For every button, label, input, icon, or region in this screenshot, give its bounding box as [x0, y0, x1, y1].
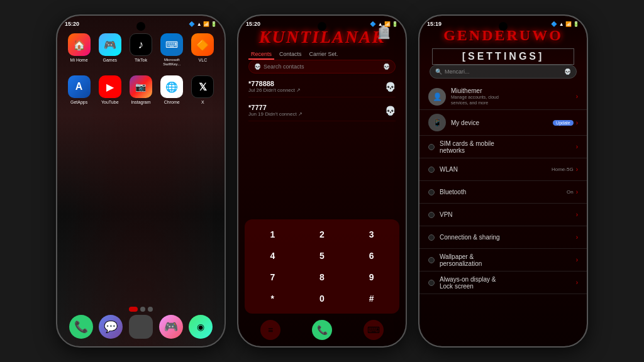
- settings-search[interactable]: 🔍 Mencari... 💀: [430, 65, 577, 79]
- numpad-8[interactable]: 8: [299, 268, 345, 286]
- miuithemer-subtitle: Manage accounts, cloudservices, and more: [451, 94, 571, 106]
- numpad-star[interactable]: *: [250, 290, 296, 307]
- numpad-7[interactable]: 7: [250, 268, 296, 286]
- dialer-menu-btn[interactable]: ≡: [260, 320, 280, 340]
- dock-dash-icon[interactable]: [129, 315, 153, 339]
- time-3: 15:19: [427, 21, 441, 27]
- wp-right: ›: [576, 256, 578, 263]
- wp-content: Wallpaper &personalization: [440, 253, 571, 267]
- dock-games-icon[interactable]: 🎮: [159, 315, 183, 339]
- sim-content: SIM cards & mobilenetworks: [440, 140, 571, 154]
- app-vlc-label: VLC: [199, 58, 208, 63]
- app-games-icon: 🎮: [99, 33, 121, 56]
- ao-content: Always-on display &Lock screen: [440, 276, 571, 290]
- wp-arrow: ›: [576, 256, 578, 263]
- my-device-badge: Update: [553, 120, 574, 126]
- setting-sim-cards[interactable]: SIM cards & mobilenetworks ›: [419, 136, 587, 158]
- ao-title: Always-on display &Lock screen: [440, 276, 571, 290]
- numpad-hash[interactable]: #: [348, 290, 394, 307]
- skull-icon-settings: 💀: [564, 69, 571, 75]
- punch-hole-1: [136, 22, 145, 31]
- bt-arrow: ›: [576, 189, 578, 195]
- numpad-5[interactable]: 5: [299, 247, 345, 265]
- hi-dot-2: [140, 307, 145, 312]
- rc-skull-1: 💀: [385, 82, 396, 92]
- numpad-2[interactable]: 2: [299, 226, 345, 243]
- wlan-circle: [428, 167, 435, 173]
- sim-right: ›: [576, 143, 578, 150]
- bt-circle: [428, 189, 435, 195]
- dock-messages-icon[interactable]: 💬: [99, 315, 123, 339]
- rc-detail-1: Jul 26 Didn't connect ↗: [248, 87, 301, 93]
- recent-call-1[interactable]: *778888 Jul 26 Didn't connect ↗ 💀: [248, 76, 396, 97]
- my-device-arrow: ›: [576, 119, 578, 126]
- recent-call-2[interactable]: *7777 Jun 19 Didn't connect ↗ 💀: [248, 100, 396, 121]
- conn-arrow: ›: [576, 234, 578, 241]
- rc-detail-2: Jun 19 Didn't connect ↗: [248, 111, 303, 117]
- phone-1-screen: 15:20 🔷 ▲ 📶 🔋 🏠 Mi Home 🎮 Games ♪ TikTok: [57, 16, 225, 346]
- app-games-label: Games: [103, 58, 118, 63]
- wlan-right: Home-5G ›: [552, 166, 578, 173]
- setting-miuithemer[interactable]: 👤 Miuithemer Manage accounts, cloudservi…: [419, 84, 587, 110]
- app-chrome-label: Chrome: [164, 100, 180, 105]
- setting-my-device[interactable]: 📱 My device Update ›: [419, 110, 587, 136]
- numpad-9[interactable]: 9: [348, 268, 394, 286]
- dock-phone-icon[interactable]: 📞: [69, 315, 93, 339]
- my-device-title: My device: [451, 119, 548, 126]
- tab-contacts[interactable]: Contacts: [277, 50, 304, 60]
- app-getapps[interactable]: A GetApps: [66, 75, 92, 105]
- ao-right: ›: [576, 279, 578, 286]
- app-getapps-label: GetApps: [70, 100, 87, 105]
- numpad-1[interactable]: 1: [250, 226, 296, 243]
- rc-number-1: *778888: [248, 80, 301, 87]
- setting-always-on[interactable]: Always-on display &Lock screen ›: [419, 272, 587, 294]
- setting-wallpaper[interactable]: Wallpaper &personalization ›: [419, 249, 587, 272]
- setting-vpn[interactable]: VPN ›: [419, 204, 587, 226]
- vpn-right: ›: [576, 211, 578, 218]
- search-placeholder-settings: Mencari...: [445, 69, 470, 75]
- app-youtube[interactable]: ▶ YouTube: [97, 75, 123, 105]
- phone-3-screen: 15:19 🔷 ▲ 📶 🔋 GENDERUWO [SETTINGS] 🔍 Men…: [419, 16, 587, 346]
- dialer-search[interactable]: 💀 Search contacts 💀: [248, 60, 396, 74]
- numpad-grid: 1 2 3 4 5 6 7 8 9 * 0 #: [250, 226, 394, 307]
- my-device-content: My device: [451, 119, 548, 126]
- dock-1: 📞 💬 🎮 ◉: [66, 315, 216, 339]
- tab-carrier[interactable]: Carrier Set.: [307, 50, 341, 60]
- app-getapps-icon: A: [68, 75, 91, 98]
- conn-right: ›: [576, 234, 578, 241]
- skull-icon-dialer: 💀: [383, 63, 390, 70]
- my-device-icon: 📱: [428, 114, 446, 131]
- dialer-call-btn[interactable]: 📞: [312, 320, 332, 340]
- app-mihome-icon: 🏠: [68, 33, 91, 56]
- dialer-tabs: Recents Contacts Carrier Set.: [248, 50, 396, 60]
- app-instagram[interactable]: 📷 Instagram: [128, 75, 153, 105]
- setting-bluetooth[interactable]: Bluetooth On ›: [419, 181, 587, 204]
- phone-1: 15:20 🔷 ▲ 📶 🔋 🏠 Mi Home 🎮 Games ♪ TikTok: [56, 14, 226, 348]
- app-swiftkey[interactable]: ⌨ Microsoft SwiftKey...: [159, 33, 185, 67]
- app-chrome[interactable]: 🌐 Chrome: [159, 75, 185, 105]
- dock-aura-icon[interactable]: ◉: [189, 315, 213, 339]
- numpad-3[interactable]: 3: [348, 226, 394, 243]
- vpn-content: VPN: [440, 211, 571, 218]
- search-icon-dialer: 💀: [254, 63, 261, 70]
- dialer-keypad-btn[interactable]: ⌨: [364, 320, 384, 340]
- status-icons-3: 🔷 ▲ 📶 🔋: [551, 21, 579, 27]
- numpad-0[interactable]: 0: [299, 290, 345, 307]
- numpad-6[interactable]: 6: [348, 247, 394, 265]
- app-vlc[interactable]: 🔶 VLC: [190, 33, 216, 67]
- miuithemer-title: Miuithemer: [451, 87, 571, 94]
- tab-recents[interactable]: Recents: [248, 50, 274, 60]
- wlan-title: WLAN: [440, 166, 547, 173]
- home-indicator-1: [129, 307, 153, 312]
- rc-number-2: *7777: [248, 104, 303, 111]
- app-x[interactable]: 𝕏 X: [190, 75, 216, 105]
- phone-1-bg: 15:20 🔷 ▲ 📶 🔋 🏠 Mi Home 🎮 Games ♪ TikTok: [57, 16, 225, 346]
- app-games[interactable]: 🎮 Games: [97, 33, 123, 67]
- setting-wlan[interactable]: WLAN Home-5G ›: [419, 158, 587, 181]
- setting-connection[interactable]: Connection & sharing ›: [419, 226, 587, 249]
- app-tiktok[interactable]: ♪ TikTok: [128, 33, 153, 67]
- numpad-4[interactable]: 4: [250, 247, 296, 265]
- app-mihome[interactable]: 🏠 Mi Home: [66, 33, 92, 67]
- phone-2: 15:20 🔷 ▲ 📶 🔋 KUNTILANAK 🪦 Recents Conta…: [237, 14, 407, 348]
- phone-2-screen: 15:20 🔷 ▲ 📶 🔋 KUNTILANAK 🪦 Recents Conta…: [238, 16, 406, 346]
